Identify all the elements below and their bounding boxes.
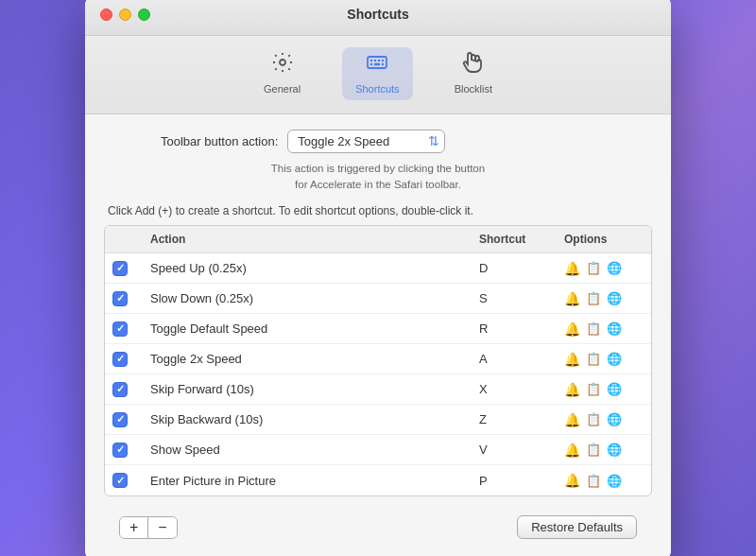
cell-checkbox[interactable] [105, 408, 143, 431]
cell-action: Skip Backward (10s) [143, 408, 472, 430]
cell-checkbox[interactable] [105, 348, 143, 371]
svg-point-0 [280, 60, 285, 65]
row-checkbox-6[interactable] [112, 443, 128, 458]
cell-options: 🔔 📋 🌐 [557, 408, 651, 431]
table-row[interactable]: Skip Backward (10s) Z 🔔 📋 🌐 [105, 405, 651, 435]
doc-icon[interactable]: 📋 [586, 261, 601, 275]
table-body: Speed Up (0.25x) D 🔔 📋 🌐 Slow Down (0.25… [105, 253, 651, 495]
tab-shortcuts[interactable]: Shortcuts [342, 47, 412, 100]
content-area: Toolbar button action: Toggle 2x Speed T… [85, 114, 671, 556]
doc-icon[interactable]: 📋 [586, 352, 601, 366]
globe-icon[interactable]: 🌐 [607, 352, 622, 366]
cell-action: Slow Down (0.25x) [143, 287, 472, 309]
row-checkbox-0[interactable] [112, 261, 128, 276]
cell-action: Speed Up (0.25x) [143, 257, 472, 279]
cell-options: 🔔 📋 🌐 [557, 257, 651, 280]
table-row[interactable]: Speed Up (0.25x) D 🔔 📋 🌐 [105, 253, 651, 284]
shortcuts-table: Action Shortcut Options Speed Up (0.25x)… [104, 225, 652, 496]
col-shortcut: Shortcut [472, 231, 557, 248]
action-description: This action is triggered by clicking the… [104, 161, 652, 194]
titlebar: Shortcuts [85, 0, 671, 36]
minimize-button[interactable] [119, 9, 131, 21]
toolbar-action-row: Toolbar button action: Toggle 2x Speed T… [104, 130, 652, 153]
cell-action: Show Speed [143, 439, 472, 460]
doc-icon[interactable]: 📋 [586, 412, 601, 426]
row-checkbox-1[interactable] [112, 291, 128, 306]
gear-icon [271, 51, 294, 79]
cell-action: Enter Picture in Picture [143, 470, 472, 492]
options-icons: 🔔 📋 🌐 [564, 473, 622, 488]
restore-defaults-button[interactable]: Restore Defaults [517, 515, 637, 539]
globe-icon[interactable]: 🌐 [607, 321, 622, 336]
tab-general-label: General [264, 83, 301, 95]
cell-checkbox[interactable] [105, 257, 143, 280]
doc-icon[interactable]: 📋 [586, 443, 601, 457]
close-button[interactable] [100, 9, 112, 21]
row-checkbox-5[interactable] [112, 412, 128, 427]
table-row[interactable]: Enter Picture in Picture P 🔔 📋 🌐 [105, 465, 651, 495]
options-icons: 🔔 📋 🌐 [564, 261, 622, 276]
main-window: Shortcuts General [85, 0, 671, 556]
table-row[interactable]: Show Speed V 🔔 📋 🌐 [105, 435, 651, 465]
table-row[interactable]: Skip Forward (10s) X 🔔 📋 🌐 [105, 374, 651, 405]
cell-shortcut: X [472, 378, 557, 400]
cell-shortcut: D [472, 257, 557, 279]
options-icons: 🔔 📋 🌐 [564, 443, 622, 458]
tab-blocklist[interactable]: Blocklist [441, 47, 506, 100]
traffic-lights [100, 9, 150, 21]
maximize-button[interactable] [138, 9, 150, 21]
row-checkbox-3[interactable] [112, 352, 128, 367]
globe-icon[interactable]: 🌐 [607, 412, 622, 426]
table-row[interactable]: Toggle 2x Speed A 🔔 📋 🌐 [105, 344, 651, 374]
doc-icon[interactable]: 📋 [586, 474, 601, 488]
cell-checkbox[interactable] [105, 378, 143, 401]
cell-shortcut: S [472, 287, 557, 309]
row-checkbox-7[interactable] [112, 473, 128, 488]
doc-icon[interactable]: 📋 [586, 321, 601, 336]
bell-icon[interactable]: 🔔 [564, 291, 580, 306]
doc-icon[interactable]: 📋 [586, 382, 601, 396]
bell-icon[interactable]: 🔔 [564, 473, 580, 488]
row-checkbox-2[interactable] [112, 321, 128, 337]
bell-icon[interactable]: 🔔 [564, 412, 580, 427]
bottom-bar: + − Restore Defaults [104, 508, 652, 550]
globe-icon[interactable]: 🌐 [607, 474, 622, 488]
table-header: Action Shortcut Options [105, 226, 651, 253]
cell-action: Toggle 2x Speed [143, 348, 472, 370]
window-title: Shortcuts [347, 7, 408, 22]
cell-checkbox[interactable] [105, 439, 143, 461]
col-action: Action [143, 231, 472, 248]
table-row[interactable]: Slow Down (0.25x) S 🔔 📋 🌐 [105, 284, 651, 314]
options-icons: 🔔 📋 🌐 [564, 321, 622, 337]
add-shortcut-button[interactable]: + [120, 517, 148, 538]
speed-select-wrapper[interactable]: Toggle 2x Speed Toggle Default Speed Spe… [287, 130, 445, 153]
globe-icon[interactable]: 🌐 [607, 443, 622, 457]
cell-checkbox[interactable] [105, 318, 143, 340]
remove-shortcut-button[interactable]: − [148, 517, 176, 538]
hand-icon [462, 51, 485, 79]
bell-icon[interactable]: 🔔 [564, 382, 580, 397]
keyboard-icon [366, 51, 388, 79]
cell-action: Skip Forward (10s) [143, 378, 472, 400]
globe-icon[interactable]: 🌐 [607, 382, 622, 396]
tab-general[interactable]: General [250, 47, 314, 100]
bell-icon[interactable]: 🔔 [564, 321, 580, 337]
tab-blocklist-label: Blocklist [455, 83, 492, 95]
tab-shortcuts-label: Shortcuts [355, 83, 399, 95]
globe-icon[interactable]: 🌐 [607, 261, 622, 275]
bell-icon[interactable]: 🔔 [564, 261, 580, 276]
row-checkbox-4[interactable] [112, 382, 128, 397]
table-row[interactable]: Toggle Default Speed R 🔔 📋 🌐 [105, 314, 651, 344]
speed-select[interactable]: Toggle 2x Speed Toggle Default Speed Spe… [287, 130, 445, 153]
cell-checkbox[interactable] [105, 287, 143, 310]
doc-icon[interactable]: 📋 [586, 291, 601, 305]
options-icons: 🔔 📋 🌐 [564, 412, 622, 427]
cell-shortcut: P [472, 470, 557, 492]
globe-icon[interactable]: 🌐 [607, 291, 622, 305]
bell-icon[interactable]: 🔔 [564, 443, 580, 458]
cell-options: 🔔 📋 🌐 [557, 378, 651, 401]
bell-icon[interactable]: 🔔 [564, 352, 580, 367]
cell-shortcut: Z [472, 408, 557, 430]
cell-checkbox[interactable] [105, 469, 143, 492]
cell-options: 🔔 📋 🌐 [557, 469, 651, 492]
